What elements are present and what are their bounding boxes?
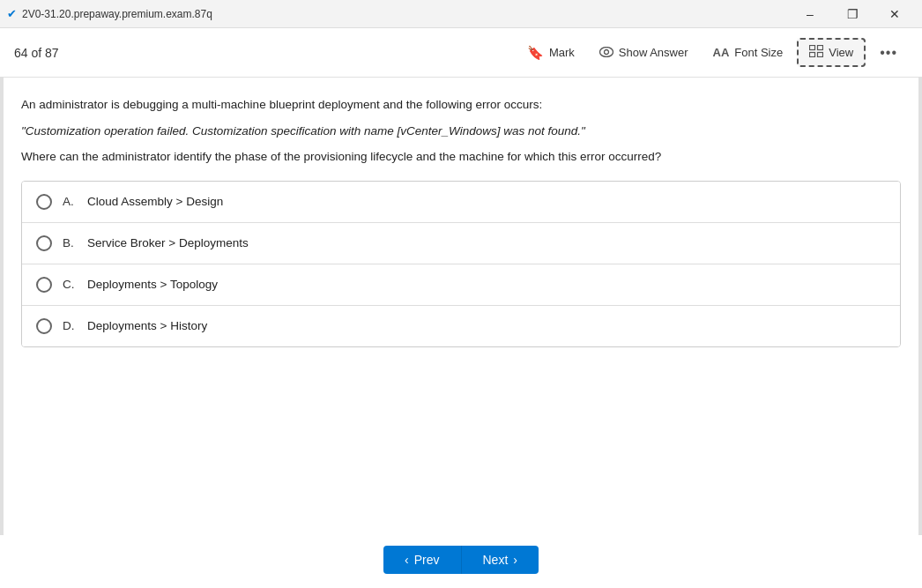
svg-point-1 bbox=[604, 50, 608, 55]
more-icon: ••• bbox=[880, 45, 897, 61]
font-size-button[interactable]: AA Font Size bbox=[703, 41, 794, 64]
window-title: 2V0-31.20.prepaway.premium.exam.87q bbox=[22, 8, 212, 20]
font-icon: AA bbox=[713, 46, 730, 59]
question-quote: "Customization operation failed. Customi… bbox=[21, 122, 901, 141]
svg-rect-3 bbox=[818, 46, 823, 50]
show-answer-label: Show Answer bbox=[619, 46, 688, 59]
question-counter: 64 of 87 bbox=[14, 46, 59, 60]
font-size-label: Font Size bbox=[734, 46, 783, 59]
option-a[interactable]: A. Cloud Assembly > Design bbox=[22, 182, 900, 223]
svg-point-0 bbox=[599, 48, 613, 57]
option-d[interactable]: D. Deployments > History bbox=[22, 306, 900, 346]
maximize-button[interactable]: ❐ bbox=[832, 0, 873, 28]
view-button[interactable]: View bbox=[797, 38, 866, 67]
main-content: An administrator is debugging a multi-ma… bbox=[0, 78, 922, 535]
option-c-letter: C. bbox=[63, 278, 77, 291]
view-icon bbox=[809, 45, 823, 60]
prev-label: Prev bbox=[414, 553, 440, 567]
show-answer-button[interactable]: Show Answer bbox=[589, 40, 699, 65]
check-icon: ✔ bbox=[7, 7, 17, 20]
more-button[interactable]: ••• bbox=[869, 40, 908, 66]
option-a-letter: A. bbox=[63, 195, 77, 208]
question-intro: An administrator is debugging a multi-ma… bbox=[21, 95, 901, 115]
next-icon: › bbox=[513, 553, 517, 567]
toolbar-actions: 🔖 Mark Show Answer AA Font Size bbox=[517, 38, 908, 67]
close-button[interactable]: ✕ bbox=[874, 0, 915, 28]
mark-label: Mark bbox=[549, 46, 575, 59]
eye-icon bbox=[599, 45, 613, 60]
title-bar: ✔ 2V0-31.20.prepaway.premium.exam.87q – … bbox=[0, 0, 922, 28]
option-b[interactable]: B. Service Broker > Deployments bbox=[22, 223, 900, 264]
svg-rect-2 bbox=[810, 46, 815, 50]
prev-icon: ‹ bbox=[405, 553, 409, 567]
mark-button[interactable]: 🔖 Mark bbox=[517, 40, 585, 66]
radio-a bbox=[36, 194, 52, 210]
right-accent-bar bbox=[918, 78, 922, 535]
option-d-text: Deployments > History bbox=[87, 319, 207, 332]
bottom-nav: ‹ Prev Next › bbox=[0, 535, 922, 588]
toolbar: 64 of 87 🔖 Mark Show Answer AA Font Size bbox=[0, 28, 922, 78]
next-label: Next bbox=[483, 553, 509, 567]
bookmark-icon: 🔖 bbox=[527, 45, 544, 61]
window-controls: – ❐ ✕ bbox=[790, 0, 915, 28]
option-c[interactable]: C. Deployments > Topology bbox=[22, 264, 900, 306]
prev-button[interactable]: ‹ Prev bbox=[383, 546, 461, 574]
view-label: View bbox=[829, 46, 853, 59]
radio-b bbox=[36, 235, 52, 251]
svg-rect-5 bbox=[818, 53, 823, 57]
next-button[interactable]: Next › bbox=[462, 546, 539, 574]
left-accent-bar bbox=[0, 78, 4, 535]
option-a-text: Cloud Assembly > Design bbox=[87, 195, 223, 208]
options-container: A. Cloud Assembly > Design B. Service Br… bbox=[21, 181, 901, 347]
title-bar-left: ✔ 2V0-31.20.prepaway.premium.exam.87q bbox=[7, 7, 212, 20]
option-c-text: Deployments > Topology bbox=[87, 278, 218, 291]
option-d-letter: D. bbox=[63, 319, 77, 332]
svg-rect-4 bbox=[810, 53, 815, 57]
option-b-text: Service Broker > Deployments bbox=[87, 236, 249, 249]
question-prompt: Where can the administrator identify the… bbox=[21, 147, 901, 167]
radio-d bbox=[36, 318, 52, 334]
option-b-letter: B. bbox=[63, 236, 77, 249]
minimize-button[interactable]: – bbox=[790, 0, 830, 28]
radio-c bbox=[36, 277, 52, 293]
